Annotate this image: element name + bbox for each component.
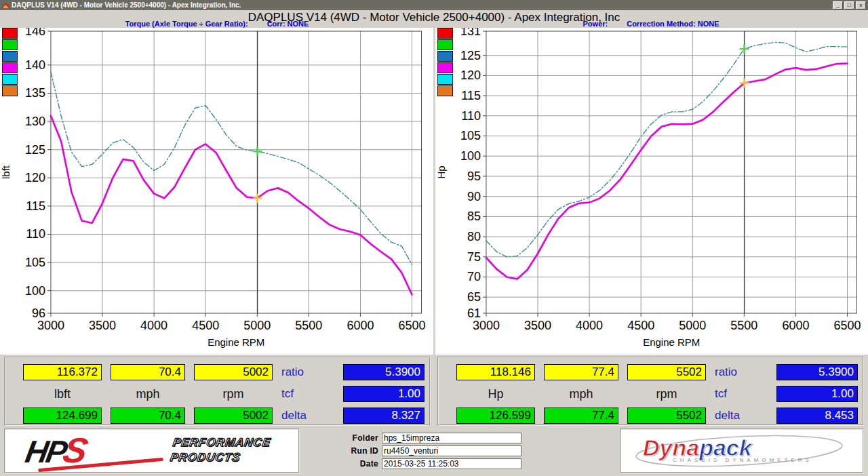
svg-text:3500: 3500 xyxy=(89,319,116,332)
torque-unit-label: lbft xyxy=(23,387,102,401)
power-chart-header: Power:Correction Method: NONE xyxy=(434,20,868,28)
svg-text:146: 146 xyxy=(25,28,45,38)
torque-delta-label: delta xyxy=(281,409,334,422)
power-cursor-value: 118.146 xyxy=(456,364,535,380)
power-ratio-value: 5.3900 xyxy=(776,364,858,380)
readouts-row: 116.372 70.4 5002 ratio 5.3900 lbft mph … xyxy=(4,357,864,426)
power-cursor-marker-comparison xyxy=(739,44,749,54)
svg-text:131: 131 xyxy=(460,28,480,38)
svg-text:75: 75 xyxy=(467,250,480,264)
torque-legend xyxy=(2,28,18,97)
dynapack-tagline: CHASSIS DYNAMOMETERS xyxy=(631,457,854,463)
legend-swatch-cyan[interactable] xyxy=(2,74,18,85)
svg-text:125: 125 xyxy=(25,143,45,157)
torque-cursor-marker-comparison xyxy=(253,146,262,156)
power-legend xyxy=(437,28,453,97)
svg-text:4000: 4000 xyxy=(140,319,167,332)
x-axis-title: Engine RPM xyxy=(643,336,700,348)
torque-cursor-speed: 70.4 xyxy=(111,364,185,380)
runid-input[interactable] xyxy=(382,445,521,456)
hps-logo-tagline: PERFORMANCE PRODUCTS xyxy=(169,435,272,465)
svg-text:80: 80 xyxy=(467,230,480,243)
date-label: Date xyxy=(336,459,378,469)
svg-text:120: 120 xyxy=(460,68,480,82)
window-title: DAQPLUS V14 (4WD - Motor Vehicle 2500+40… xyxy=(12,1,241,9)
plot-border xyxy=(486,31,856,313)
axis-tick-labels: 1461401351301251201151101051009630003500… xyxy=(25,28,426,332)
gridlines xyxy=(51,31,422,313)
torque-speed-unit-label: mph xyxy=(111,387,185,401)
torque-delta-value: 8.327 xyxy=(343,408,425,424)
x-axis-title: Engine RPM xyxy=(208,336,264,348)
torque-readout-panel: 116.372 70.4 5002 ratio 5.3900 lbft mph … xyxy=(4,357,431,426)
date-row: Date xyxy=(336,458,614,469)
dynapack-logo-panel: Dynapack CHASSIS DYNAMOMETERS xyxy=(620,429,864,473)
legend-swatch-magenta[interactable] xyxy=(2,62,18,73)
power-comparison-rpm: 5502 xyxy=(627,408,706,424)
power-ratio-label: ratio xyxy=(715,365,768,379)
svg-text:140: 140 xyxy=(25,58,45,72)
svg-text:4500: 4500 xyxy=(627,319,654,332)
torque-header-label: Torque (Axle Torque ÷ Gear Ratio): xyxy=(125,20,248,28)
power-comparison-run xyxy=(486,43,847,257)
torque-current-run xyxy=(51,116,412,295)
svg-text:4000: 4000 xyxy=(576,319,603,332)
minimize-button[interactable]: _ xyxy=(833,1,843,9)
power-chart-plot: 1311251201151101051009590858075706561300… xyxy=(435,28,868,355)
svg-text:110: 110 xyxy=(26,227,45,241)
svg-text:6000: 6000 xyxy=(347,319,374,332)
runid-label: Run ID xyxy=(336,446,378,456)
svg-text:70: 70 xyxy=(467,270,480,283)
torque-comparison-speed: 70.4 xyxy=(111,408,185,424)
legend-swatch-orange[interactable] xyxy=(2,85,18,96)
legend-swatch-orange[interactable] xyxy=(437,85,453,96)
torque-tcf-label: tcf xyxy=(281,387,334,401)
torque-chart-header: Torque (Axle Torque ÷ Gear Ratio):Corr: … xyxy=(0,20,434,28)
y-axis-title: Hp xyxy=(435,165,447,178)
torque-cursor-value: 116.372 xyxy=(23,364,102,380)
torque-chart[interactable]: 1461401351301251201151101051009630003500… xyxy=(0,28,433,355)
legend-swatch-cyan[interactable] xyxy=(437,74,453,85)
power-speed-unit-label: mph xyxy=(544,387,618,401)
hps-logo-panel: HPS PERFORMANCE PRODUCTS xyxy=(4,429,300,473)
power-cursor-speed: 77.4 xyxy=(544,364,618,380)
y-axis-title: lbft xyxy=(0,165,12,179)
svg-text:6500: 6500 xyxy=(399,319,426,332)
svg-text:90: 90 xyxy=(467,190,480,203)
folder-label: Folder xyxy=(336,433,378,443)
dynapack-logo: Dynapack CHASSIS DYNAMOMETERS xyxy=(631,433,854,469)
charts-row: 1461401351301251201151101051009630003500… xyxy=(0,28,868,355)
svg-text:110: 110 xyxy=(461,109,481,123)
svg-text:5000: 5000 xyxy=(679,319,706,332)
svg-text:95: 95 xyxy=(467,170,480,183)
power-chart[interactable]: 1311251201151101051009590858075706561300… xyxy=(435,28,868,355)
svg-text:65: 65 xyxy=(467,290,480,304)
runid-row: Run ID xyxy=(336,445,614,456)
maximize-button[interactable]: □ xyxy=(844,1,854,9)
date-input[interactable] xyxy=(382,458,521,469)
svg-text:135: 135 xyxy=(25,86,45,100)
legend-swatch-red[interactable] xyxy=(2,28,18,39)
legend-swatch-red[interactable] xyxy=(437,28,453,39)
torque-ratio-label: ratio xyxy=(281,365,334,379)
close-button[interactable]: x xyxy=(856,1,866,9)
legend-swatch-blue[interactable] xyxy=(437,51,453,62)
svg-text:3000: 3000 xyxy=(37,319,64,332)
legend-swatch-magenta[interactable] xyxy=(437,62,453,73)
gridlines xyxy=(486,31,856,313)
torque-cursor-rpm: 5002 xyxy=(194,364,273,380)
torque-correction-label: Corr: NONE xyxy=(267,20,309,28)
svg-text:6500: 6500 xyxy=(833,319,861,332)
power-tcf-label: tcf xyxy=(715,387,768,401)
torque-tcf-value: 1.00 xyxy=(343,386,425,402)
legend-swatch-green[interactable] xyxy=(2,39,18,50)
power-header-label: Power: xyxy=(583,20,608,28)
folder-row: Folder xyxy=(336,433,614,443)
legend-swatch-green[interactable] xyxy=(437,39,453,50)
hps-logo: HPS PERFORMANCE PRODUCTS xyxy=(26,431,283,471)
legend-swatch-blue[interactable] xyxy=(2,51,18,62)
hps-tagline-2: PRODUCTS xyxy=(169,450,269,465)
power-correction-label: Correction Method: NONE xyxy=(627,20,719,28)
svg-text:115: 115 xyxy=(461,89,481,102)
folder-input[interactable] xyxy=(382,433,521,443)
